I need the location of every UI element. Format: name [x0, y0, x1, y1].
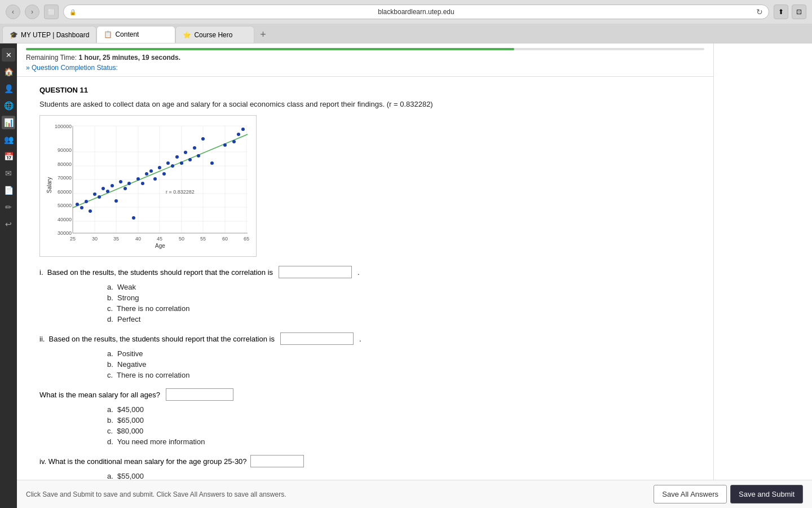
point [85, 200, 88, 203]
sidebar-icon-chart[interactable]: 📊 [2, 116, 15, 129]
point [111, 184, 114, 187]
svg-text:35: 35 [113, 236, 119, 242]
sub-question-iii-text: What is the mean salary for all ages? [39, 388, 702, 401]
svg-text:55: 55 [200, 236, 206, 242]
option-i-d: d. Perfect [107, 315, 702, 323]
point [232, 140, 236, 143]
tab-utep-label: MY UTEP | Dashboard [21, 31, 89, 39]
new-tab-button[interactable]: + [254, 26, 271, 43]
answer-input-iii[interactable] [166, 388, 233, 401]
sidebar-icon-mail[interactable]: ✉ [2, 167, 15, 180]
option-ii-b: b. Negative [107, 360, 702, 369]
forward-button[interactable]: › [25, 5, 39, 19]
sidebar-icon-home[interactable]: 🏠 [2, 65, 15, 78]
sidebar-icon-doc[interactable]: 📄 [2, 183, 15, 197]
point [180, 161, 183, 165]
sidebar-icon-calendar[interactable]: 📅 [2, 150, 15, 163]
option-ii-c: c. There is no correlation [107, 371, 702, 379]
lock-icon: 🔒 [69, 9, 76, 15]
sidebar-icon-back[interactable]: ↩ [2, 217, 15, 231]
point [166, 161, 170, 165]
content-favicon: 📋 [104, 30, 112, 38]
point [184, 151, 187, 154]
options-list-i: a. Weak b. Strong c. There is no correla… [107, 283, 702, 323]
tab-content-label: Content [115, 30, 139, 38]
answer-input-ii[interactable] [280, 332, 354, 345]
point [153, 177, 157, 181]
options-list-ii: a. Positive b. Negative c. There is no c… [107, 349, 702, 379]
content-area: Remaining Time: 1 hour, 25 minutes, 19 s… [17, 43, 713, 508]
browser-tabs: 🎓 MY UTEP | Dashboard 📋 Content ⭐ Course… [0, 24, 812, 43]
point [241, 128, 245, 131]
sub-question-ii-text: ii. Based on the results, the students s… [39, 332, 702, 345]
point [188, 158, 192, 161]
answer-input-iv[interactable] [250, 455, 304, 467]
point [127, 182, 131, 185]
share-button[interactable]: ⬆ [774, 5, 788, 19]
browser-chrome: ‹ › ⬜ 🔒 blackboardlearn.utep.edu ↻ ⬆ ⊡ 🎓… [0, 0, 812, 43]
browser-toolbar: ‹ › ⬜ 🔒 blackboardlearn.utep.edu ↻ ⬆ ⊡ [0, 0, 812, 24]
save-all-button[interactable]: Save All Answers [654, 485, 727, 503]
point [93, 192, 96, 196]
svg-text:30000: 30000 [58, 230, 72, 236]
url-text: blackboardlearn.utep.edu [80, 8, 753, 16]
question-text: Students are asked to collect data on ag… [39, 100, 702, 108]
option-iii-b: b. $65,000 [107, 416, 702, 424]
svg-text:50000: 50000 [58, 203, 72, 208]
point [76, 203, 79, 206]
point [162, 172, 166, 176]
svg-text:40: 40 [135, 236, 141, 242]
point [102, 187, 105, 190]
question-body: QUESTION 11 Students are asked to collec… [17, 77, 713, 508]
point [171, 164, 174, 168]
point [119, 180, 122, 183]
save-submit-button[interactable]: Save and Submit [730, 485, 803, 503]
answer-input-i[interactable] [279, 266, 352, 278]
option-iv-a: a. $55,000 [107, 472, 702, 480]
point [141, 182, 144, 185]
question-status-link[interactable]: Question Completion Status: [26, 64, 704, 72]
app-layout: ✕ 🏠 👤 🌐 📊 👥 📅 ✉ 📄 ✏ ↩ Remaining Time: 1 … [0, 43, 812, 508]
sub-question-i-text: i. Based on the results, the students sh… [39, 266, 702, 278]
address-bar[interactable]: 🔒 blackboardlearn.utep.edu ↻ [63, 5, 769, 19]
reload-button[interactable]: ↻ [756, 7, 763, 16]
sub-question-iv-text: iv. What is the conditional mean salary … [39, 455, 702, 467]
option-iii-a: a. $45,000 [107, 405, 702, 414]
point [193, 146, 196, 150]
y-axis-label: Salary [46, 177, 52, 193]
hero-favicon: ⭐ [183, 31, 191, 39]
scatter-chart: Salary 30000 40000 50000 60000 70000 800… [39, 115, 257, 257]
tab-content[interactable]: 📋 Content [96, 26, 175, 43]
sidebar: ✕ 🏠 👤 🌐 📊 👥 📅 ✉ 📄 ✏ ↩ [0, 43, 17, 508]
sidebar-icon-globe[interactable]: 🌐 [2, 99, 15, 112]
svg-text:80000: 80000 [58, 161, 72, 167]
sidebar-icon-edit[interactable]: ✏ [2, 200, 15, 214]
svg-text:60: 60 [222, 236, 228, 242]
svg-text:65: 65 [244, 236, 249, 242]
fullscreen-button[interactable]: ⊡ [792, 5, 806, 19]
back-button[interactable]: ‹ [6, 5, 20, 19]
timer-text: Remaining Time: 1 hour, 25 minutes, 19 s… [26, 54, 704, 62]
point [175, 155, 179, 159]
tab-utep[interactable]: 🎓 MY UTEP | Dashboard [2, 26, 96, 43]
timer-progress-bar [26, 48, 704, 50]
options-list-iii: a. $45,000 b. $65,000 c. $80,000 d. You … [107, 405, 702, 446]
point [145, 172, 148, 176]
tab-hero[interactable]: ⭐ Course Hero [175, 26, 254, 43]
r-label: r = 0.832282 [166, 189, 195, 195]
option-i-a: a. Weak [107, 283, 702, 291]
point [114, 199, 118, 203]
utep-favicon: 🎓 [10, 31, 17, 39]
point [149, 169, 153, 173]
sidebar-icon-person[interactable]: 👤 [2, 82, 15, 95]
view-button[interactable]: ⬜ [44, 5, 59, 19]
point [201, 137, 205, 141]
point [80, 206, 83, 209]
sidebar-close-button[interactable]: ✕ [2, 48, 15, 62]
sidebar-icon-people[interactable]: 👥 [2, 133, 15, 146]
x-axis-label: Age [155, 243, 165, 249]
point [106, 190, 109, 193]
point [89, 209, 92, 213]
point [223, 143, 227, 147]
sub-question-i: i. Based on the results, the students sh… [39, 266, 702, 323]
